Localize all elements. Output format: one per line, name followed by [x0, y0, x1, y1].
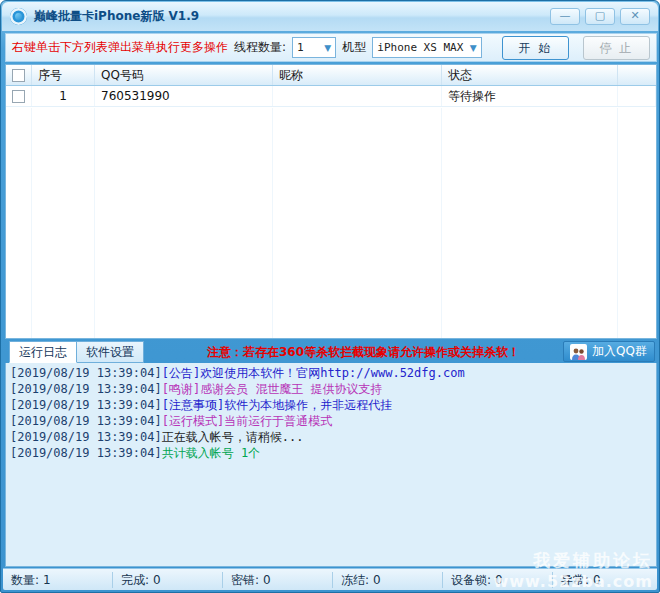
- status-label: 设备锁:: [451, 573, 491, 587]
- antivirus-notice: 注意：若存在360等杀软拦截现象请允许操作或关掉杀软！: [207, 344, 520, 361]
- header-cell-index[interactable]: 序号: [32, 65, 95, 85]
- row-cell-empty: [618, 86, 656, 106]
- log-line: [2019/08/19 13:39:04][注意事项]软件为本地操作，并非远程代…: [10, 397, 652, 413]
- window-title: 巅峰批量卡iPhone新版 V1.9: [34, 8, 199, 25]
- log-line: [2019/08/19 13:39:04][运行模式]当前运行于普通模式: [10, 413, 652, 429]
- maximize-button[interactable]: ▢: [585, 8, 615, 25]
- status-value: 0: [593, 573, 601, 587]
- log-timestamp: [2019/08/19 13:39:04]: [10, 398, 162, 412]
- header-cell-select: [6, 65, 32, 85]
- log-timestamp: [2019/08/19 13:39:04]: [10, 382, 162, 396]
- status-value: 0: [263, 573, 271, 587]
- model-select[interactable]: iPhone XS MAX ▼: [372, 37, 481, 58]
- status-bar: 数量: 1 完成: 0 密错: 0 冻结: 0 设备锁: 0 异常: 0: [3, 568, 657, 590]
- model-value: iPhone XS MAX: [377, 41, 463, 54]
- status-value: 0: [373, 573, 381, 587]
- account-table: 序号 QQ号码 昵称 状态 1 760531990 等待操作: [5, 64, 657, 339]
- log-line: [2019/08/19 13:39:04]共计载入帐号 1个: [10, 445, 652, 461]
- log-line: [2019/08/19 13:39:04][鸣谢]感谢会员 混世魔王 提供协议支…: [10, 381, 652, 397]
- header-cell-status[interactable]: 状态: [442, 65, 618, 85]
- thread-count-label: 线程数量:: [234, 39, 286, 56]
- log-message: [注意事项]软件为本地操作，并非远程代挂: [162, 398, 392, 412]
- close-button[interactable]: ✕: [620, 8, 650, 25]
- log-line: [2019/08/19 13:39:04]正在载入帐号，请稍候...: [10, 429, 652, 445]
- status-value: 0: [153, 573, 161, 587]
- header-cell-qq[interactable]: QQ号码: [95, 65, 273, 85]
- status-count: 数量: 1: [3, 572, 113, 588]
- status-wrong-password: 密错: 0: [223, 572, 333, 588]
- row-cell-index: 1: [32, 86, 95, 106]
- people-icon: [570, 344, 587, 360]
- tab-run-log[interactable]: 运行日志: [9, 341, 77, 363]
- header-cell-empty: [618, 65, 656, 85]
- minimize-button[interactable]: —: [550, 8, 580, 25]
- tab-software-settings[interactable]: 软件设置: [76, 341, 144, 363]
- table-row[interactable]: 1 760531990 等待操作: [6, 86, 656, 107]
- status-value: 1: [43, 573, 51, 587]
- header-cell-nickname[interactable]: 昵称: [273, 65, 442, 85]
- chevron-down-icon: ▼: [324, 43, 331, 53]
- row-cell-nickname: [273, 86, 442, 106]
- table-empty-area: [6, 108, 656, 338]
- status-label: 异常:: [561, 573, 589, 587]
- log-message: 共计载入帐号 1个: [162, 446, 260, 460]
- window-controls: — ▢ ✕: [550, 8, 650, 25]
- thread-count-value: 1: [297, 41, 304, 54]
- tab-bar: 运行日志 软件设置 注意：若存在360等杀软拦截现象请允许操作或关掉杀软！ 加入…: [5, 341, 657, 363]
- log-message: [鸣谢]感谢会员 混世魔王 提供协议支持: [162, 382, 383, 396]
- app-logo-icon: [10, 8, 27, 25]
- table-header: 序号 QQ号码 昵称 状态: [6, 65, 656, 86]
- status-label: 完成:: [121, 573, 149, 587]
- title-bar: 巅峰批量卡iPhone新版 V1.9 — ▢ ✕: [2, 2, 658, 31]
- log-timestamp: [2019/08/19 13:39:04]: [10, 446, 162, 460]
- log-timestamp: [2019/08/19 13:39:04]: [10, 366, 162, 380]
- log-timestamp: [2019/08/19 13:39:04]: [10, 414, 162, 428]
- status-completed: 完成: 0: [113, 572, 223, 588]
- right-click-hint: 右键单击下方列表弹出菜单执行更多操作: [12, 39, 228, 56]
- status-abnormal: 异常: 0: [553, 572, 660, 588]
- status-device-lock: 设备锁: 0: [443, 572, 553, 588]
- app-window: 巅峰批量卡iPhone新版 V1.9 — ▢ ✕ 右键单击下方列表弹出菜单执行更…: [0, 0, 660, 593]
- log-line: [2019/08/19 13:39:04][公告]欢迎使用本软件！官网http:…: [10, 365, 652, 381]
- status-value: 0: [495, 573, 503, 587]
- chevron-down-icon: ▼: [470, 43, 477, 53]
- select-all-checkbox[interactable]: [12, 69, 25, 82]
- stop-button[interactable]: 停 止: [583, 36, 650, 60]
- log-message: [公告]欢迎使用本软件！官网http://www.52dfg.com: [162, 366, 465, 380]
- run-log-panel[interactable]: [2019/08/19 13:39:04][公告]欢迎使用本软件！官网http:…: [5, 363, 657, 567]
- log-message: [运行模式]当前运行于普通模式: [162, 414, 332, 428]
- log-timestamp: [2019/08/19 13:39:04]: [10, 430, 162, 444]
- log-message: 正在载入帐号，请稍候...: [162, 430, 304, 444]
- row-cell-status: 等待操作: [442, 86, 618, 106]
- status-frozen: 冻结: 0: [333, 572, 443, 588]
- row-checkbox[interactable]: [12, 90, 25, 103]
- row-cell-qq: 760531990: [95, 86, 273, 106]
- status-label: 冻结:: [341, 573, 369, 587]
- model-label: 机型: [342, 39, 366, 56]
- start-button[interactable]: 开 始: [502, 36, 569, 60]
- join-qq-group-label: 加入QQ群: [592, 343, 647, 360]
- toolbar: 右键单击下方列表弹出菜单执行更多操作 线程数量: 1 ▼ 机型 iPhone X…: [5, 33, 657, 62]
- join-qq-group-button[interactable]: 加入QQ群: [563, 341, 655, 362]
- status-label: 数量:: [11, 573, 39, 587]
- thread-count-select[interactable]: 1 ▼: [292, 37, 336, 58]
- row-cell-select: [6, 86, 32, 106]
- status-label: 密错:: [231, 573, 259, 587]
